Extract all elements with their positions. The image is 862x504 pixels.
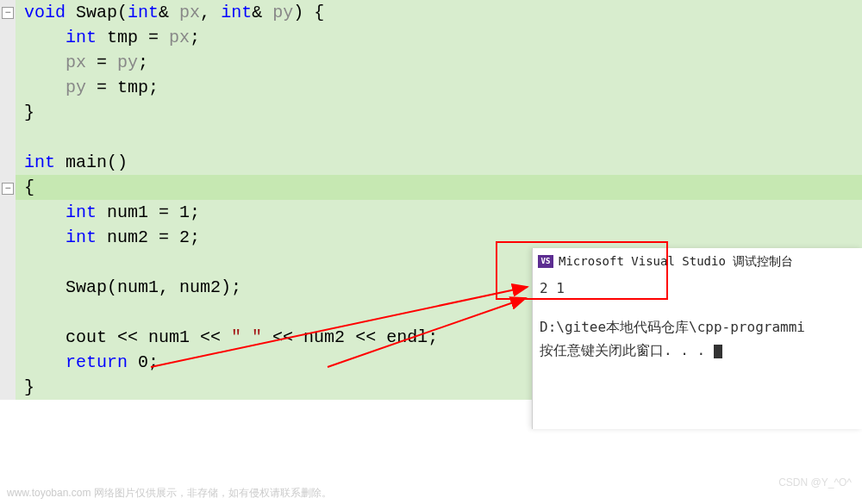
code-line[interactable]: } <box>0 100 862 125</box>
function-name: main <box>66 152 107 172</box>
semi: ; <box>428 327 438 347</box>
keyword: return <box>66 352 128 372</box>
brace: ) { <box>293 3 324 22</box>
code-line[interactable]: { <box>0 175 862 200</box>
debug-console-window[interactable]: VS Microsoft Visual Studio 调试控制台 2 1 D:\… <box>532 248 862 429</box>
code-line[interactable]: py = tmp; <box>0 75 862 100</box>
code-line[interactable]: int num2 = 2; <box>0 225 862 250</box>
variable: py <box>66 78 86 97</box>
paren: ( <box>117 3 128 22</box>
semi: ; <box>190 227 200 247</box>
paren: () <box>107 152 128 172</box>
type: int <box>24 152 55 172</box>
semi: ; <box>190 202 200 222</box>
number: 1 <box>179 202 190 222</box>
variable: num1 <box>148 327 190 347</box>
variable: px <box>169 28 190 47</box>
comma: , <box>159 277 179 297</box>
stream: cout <box>66 327 107 347</box>
fold-minus-icon[interactable]: − <box>2 183 14 195</box>
variable: tmp <box>107 28 138 47</box>
space <box>97 227 107 247</box>
space <box>55 152 66 172</box>
op: << <box>107 327 148 347</box>
type: int <box>128 3 159 22</box>
console-output-line: 2 1 <box>540 277 855 300</box>
eq: = <box>138 28 169 47</box>
op: << <box>345 327 386 347</box>
semi: ; <box>190 28 200 47</box>
variable: py <box>117 53 138 72</box>
type: int <box>221 3 252 22</box>
code-line[interactable]: px = py; <box>0 50 862 75</box>
parameter: px <box>179 3 200 22</box>
number: 2 <box>179 227 190 247</box>
code-line[interactable] <box>0 125 862 150</box>
code-line[interactable]: int num1 = 1; <box>0 200 862 225</box>
paren: ); <box>221 277 241 297</box>
fold-minus-icon[interactable]: − <box>2 7 14 19</box>
console-path-line: D:\gitee本地代码仓库\cpp-programmi <box>540 315 855 339</box>
brace: } <box>24 103 34 122</box>
visual-studio-icon: VS <box>538 255 553 268</box>
variable: num2 <box>303 327 345 347</box>
code-line[interactable]: int main() <box>0 150 862 175</box>
arg: num1 <box>117 277 159 297</box>
code-line[interactable]: int tmp = px; <box>0 25 862 50</box>
op: << <box>262 327 303 347</box>
ref-op: & <box>252 3 272 22</box>
function-name: Swap <box>76 3 117 22</box>
paren: ( <box>107 277 117 297</box>
csdn-watermark: CSDN @Y_^O^ <box>778 476 852 488</box>
call: Swap <box>66 277 107 297</box>
type: int <box>66 227 97 247</box>
number: 0 <box>138 352 148 372</box>
space <box>97 202 107 222</box>
variable: px <box>66 53 86 72</box>
space <box>128 352 138 372</box>
type: int <box>66 202 97 222</box>
console-prompt-line: 按任意键关闭此窗口. . . <box>540 339 855 362</box>
console-output-area[interactable]: 2 1 D:\gitee本地代码仓库\cpp-programmi 按任意键关闭此… <box>533 274 862 368</box>
eq: = <box>86 78 117 97</box>
brace: } <box>24 377 34 397</box>
code-line[interactable]: void Swap(int& px, int& py) { <box>0 0 862 25</box>
editor-gutter: − − <box>0 0 16 400</box>
string-literal: " " <box>231 327 262 347</box>
variable: num1 <box>107 202 148 222</box>
ref-op: & <box>159 3 179 22</box>
eq: = <box>148 202 179 222</box>
keyword: void <box>24 3 66 22</box>
eq: = <box>86 53 117 72</box>
arg: num2 <box>179 277 221 297</box>
comma: , <box>200 3 221 22</box>
semi: ; <box>148 78 159 97</box>
cursor-icon <box>714 345 722 358</box>
op: << <box>190 327 231 347</box>
eq: = <box>148 227 179 247</box>
type: int <box>66 28 97 47</box>
variable: tmp <box>117 78 148 97</box>
semi: ; <box>148 352 159 372</box>
manipulator: endl <box>386 327 428 347</box>
space <box>97 28 107 47</box>
console-titlebar[interactable]: VS Microsoft Visual Studio 调试控制台 <box>533 248 862 274</box>
semi: ; <box>138 53 148 72</box>
variable: num2 <box>107 227 148 247</box>
watermark-text: www.toyoban.com 网络图片仅供展示，非存储，如有侵权请联系删除。 <box>7 486 332 501</box>
parameter: py <box>272 3 293 22</box>
brace: { <box>24 177 34 197</box>
console-title: Microsoft Visual Studio 调试控制台 <box>559 248 793 274</box>
